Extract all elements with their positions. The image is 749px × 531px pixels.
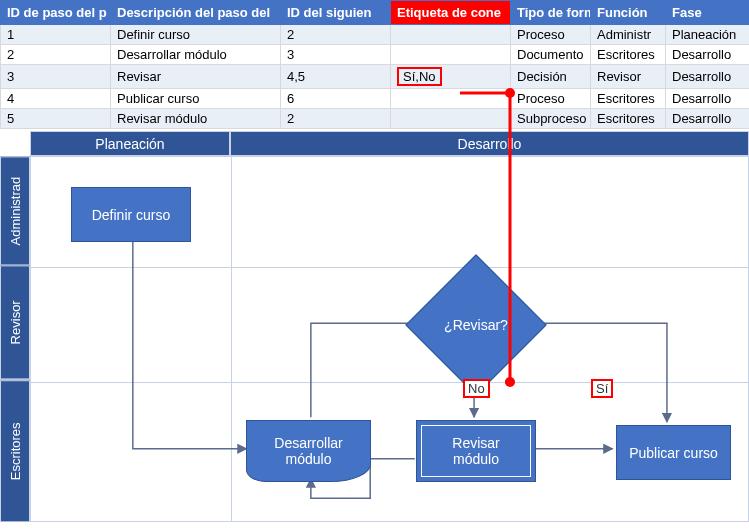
- cell-conn: [391, 45, 511, 65]
- cell-phase: Desarrollo: [666, 109, 750, 129]
- cell-phase: Desarrollo: [666, 45, 750, 65]
- phase-dev: Desarrollo: [230, 131, 749, 156]
- cell-desc: Revisar: [111, 65, 281, 89]
- cell-id: 5: [1, 109, 111, 129]
- cell-id: 4: [1, 89, 111, 109]
- node-define-course[interactable]: Definir curso: [71, 187, 191, 242]
- table-row: 2 Desarrollar módulo 3 Documento Escrito…: [1, 45, 750, 65]
- cell-desc: Publicar curso: [111, 89, 281, 109]
- cell-id: 2: [1, 45, 111, 65]
- table-row: 3 Revisar 4,5 Sí,No Decisión Revisor Des…: [1, 65, 750, 89]
- cell-next: 2: [281, 109, 391, 129]
- node-review-decision[interactable]: [405, 254, 546, 395]
- col-step-id: ID de paso del p: [1, 1, 111, 25]
- node-publish-course[interactable]: Publicar curso: [616, 425, 731, 480]
- cell-type: Decisión: [511, 65, 591, 89]
- table-header-row: ID de paso del p Descripción del paso de…: [1, 1, 750, 25]
- edge-label-yes: Sí: [591, 379, 613, 398]
- phase-plan: Planeación: [30, 131, 230, 156]
- node-review-module[interactable]: Revisar módulo: [416, 420, 536, 482]
- cell-id: 3: [1, 65, 111, 89]
- table-row: 1 Definir curso 2 Proceso Administr Plan…: [1, 25, 750, 45]
- cell-desc: Desarrollar módulo: [111, 45, 281, 65]
- cell-phase: Desarrollo: [666, 65, 750, 89]
- table-row: 4 Publicar curso 6 Proceso Escritores De…: [1, 89, 750, 109]
- highlighted-cell: Sí,No: [397, 67, 442, 86]
- cell-type: Proceso: [511, 89, 591, 109]
- cell-conn: Sí,No: [391, 65, 511, 89]
- cell-next: 2: [281, 25, 391, 45]
- lane-body: Definir curso Desarrollar módulo ¿Revisa…: [30, 156, 749, 522]
- lane-reviewer: Revisor: [0, 265, 30, 379]
- lane-writers: Escritores: [0, 380, 30, 522]
- col-function: Función: [591, 1, 666, 25]
- cell-func: Escritores: [591, 109, 666, 129]
- cell-phase: Desarrollo: [666, 89, 750, 109]
- cell-func: Escritores: [591, 45, 666, 65]
- cell-conn: [391, 89, 511, 109]
- cell-func: Revisor: [591, 65, 666, 89]
- col-connector-label: Etiqueta de cone: [391, 1, 511, 25]
- node-develop-module[interactable]: Desarrollar módulo: [246, 420, 371, 482]
- col-shape-type: Tipo de form: [511, 1, 591, 25]
- col-next-id: ID del siguien: [281, 1, 391, 25]
- cell-func: Administr: [591, 25, 666, 45]
- edge-label-no: No: [463, 379, 490, 398]
- cell-conn: [391, 109, 511, 129]
- node-review-module-label: Revisar módulo: [452, 435, 499, 467]
- col-phase: Fase: [666, 1, 750, 25]
- cell-type: Subproceso: [511, 109, 591, 129]
- cell-next: 6: [281, 89, 391, 109]
- table-row: 5 Revisar módulo 2 Subproceso Escritores…: [1, 109, 750, 129]
- swimlane-diagram: Planeación Desarrollo Administrad Reviso…: [0, 129, 749, 522]
- cell-phase: Planeación: [666, 25, 750, 45]
- cell-desc: Revisar módulo: [111, 109, 281, 129]
- cell-id: 1: [1, 25, 111, 45]
- cell-type: Proceso: [511, 25, 591, 45]
- cell-desc: Definir curso: [111, 25, 281, 45]
- node-develop-module-label: Desarrollar módulo: [274, 435, 342, 467]
- col-description: Descripción del paso del: [111, 1, 281, 25]
- process-table: ID de paso del p Descripción del paso de…: [0, 0, 749, 129]
- phase-header: Planeación Desarrollo: [30, 131, 749, 156]
- cell-type: Documento: [511, 45, 591, 65]
- lane-labels: Administrad Revisor Escritores: [0, 156, 30, 522]
- cell-next: 3: [281, 45, 391, 65]
- cell-conn: [391, 25, 511, 45]
- cell-func: Escritores: [591, 89, 666, 109]
- lane-admin: Administrad: [0, 156, 30, 265]
- cell-next: 4,5: [281, 65, 391, 89]
